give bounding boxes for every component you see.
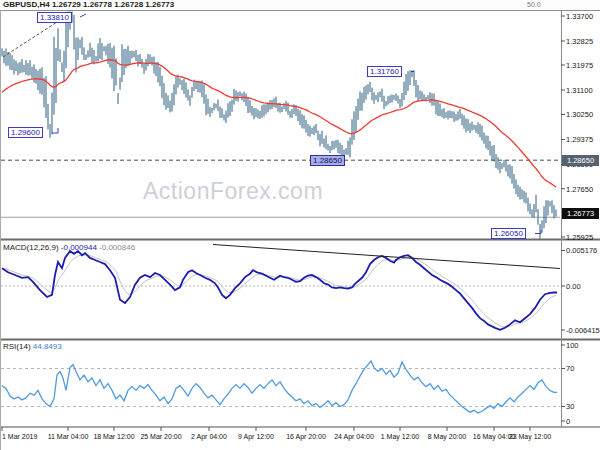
rsi-name: RSI(14) <box>3 342 31 351</box>
annotation-label-high[interactable]: 1.33810 <box>37 12 72 23</box>
watermark: ActionForex.com <box>143 178 323 205</box>
annotation-label-peak[interactable]: 1.31760 <box>367 66 402 77</box>
rsi-value: 44.8493 <box>33 342 62 351</box>
price-axis-tick: 1.27650 <box>566 185 599 194</box>
time-axis-label: 8 May 20:00 <box>428 433 467 440</box>
price-axis-tick: 1.25925 <box>566 233 599 242</box>
price-axis-tick: 1.29375 <box>566 135 599 144</box>
macd-axis-tick: 0.005176 <box>566 246 599 255</box>
time-axis-label: 18 Mar 12:00 <box>93 433 134 440</box>
annotation-label-bottom[interactable]: 1.26050 <box>491 228 526 239</box>
macd-axis-tick: 0.00 <box>566 282 599 291</box>
time-axis-label: 9 Apr 12:00 <box>238 433 274 440</box>
annotation-label-support-selected[interactable]: 1.28650 <box>310 155 345 166</box>
time-axis-label: 24 Apr 04:00 <box>334 433 374 440</box>
time-axis-label: 2 Apr 04:00 <box>191 433 227 440</box>
macd-signal-value: -0.000846 <box>99 243 135 252</box>
time-axis-label: 16 Apr 20:00 <box>286 433 326 440</box>
chart-window: GBPUSD,H4 1.26729 1.26778 1.26728 1.2677… <box>0 0 600 450</box>
rsi-axis-tick: 0 <box>566 417 599 426</box>
time-axis-label: 23 May 12:00 <box>509 433 551 440</box>
macd-name: MACD(12,26,9) <box>3 243 59 252</box>
grid-level-label: 50.0 <box>527 1 541 8</box>
time-axis-label: 25 Mar 20:00 <box>140 433 181 440</box>
price-axis-tick: 1.30250 <box>566 110 599 119</box>
rsi-axis-tick: 70 <box>566 364 599 373</box>
macd-pane-label: MACD(12,26,9) -0.000944 -0.000846 <box>3 243 135 252</box>
time-axis-label: 1 Mar 2019 <box>2 433 37 440</box>
symbol-ohlc-title: GBPUSD,H4 1.26729 1.26778 1.26728 1.2677… <box>3 0 174 9</box>
macd-main-value: -0.000944 <box>61 243 97 252</box>
macd-axis-tick: -0.006415 <box>566 326 599 335</box>
level-price-badge: 1.28650 <box>562 155 599 166</box>
rsi-pane-label: RSI(14) 44.8493 <box>3 342 62 351</box>
current-price-badge: 1.26773 <box>562 208 599 219</box>
rsi-axis-tick: 100 <box>566 341 599 350</box>
price-axis-tick: 1.31975 <box>566 61 599 70</box>
price-axis-tick: 1.32825 <box>566 37 599 46</box>
time-axis-label: 11 Mar 04:00 <box>48 433 89 440</box>
rsi-axis-tick: 30 <box>566 402 599 411</box>
time-axis-label: 1 May 12:00 <box>381 433 420 440</box>
annotation-label-low[interactable]: 1.29600 <box>8 127 43 138</box>
price-axis-tick: 1.33700 <box>566 12 599 21</box>
chart-canvas[interactable] <box>0 0 600 450</box>
price-axis-tick: 1.31100 <box>566 86 599 95</box>
